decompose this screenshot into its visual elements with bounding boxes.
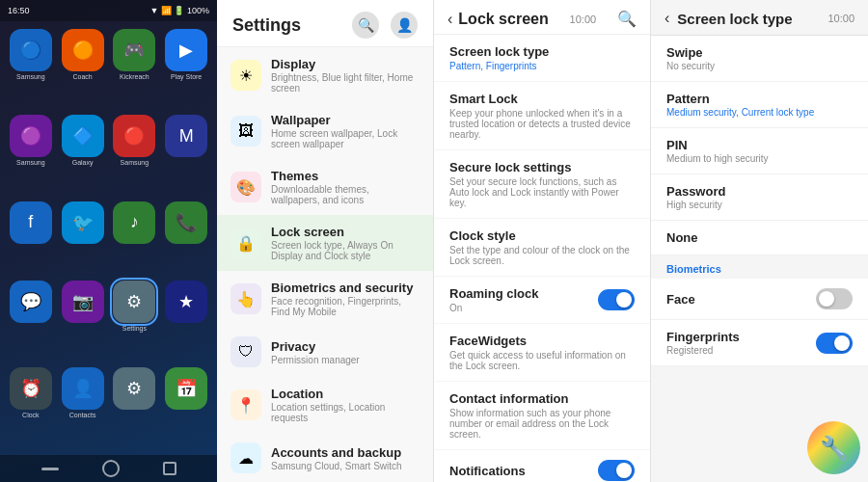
settings-item-subtitle-biometrics: Face recognition, Fingerprints, Find My … xyxy=(271,296,420,317)
app-item-1[interactable]: 🟠Coach xyxy=(60,29,106,109)
settings-item-location[interactable]: 📍LocationLocation settings, Location req… xyxy=(217,377,433,433)
lock-item-contact-info[interactable]: Contact informationShow information such… xyxy=(434,382,650,450)
app-item-18[interactable]: ⚙ xyxy=(112,367,158,447)
settings-item-title-display: Display xyxy=(271,57,420,71)
settings-item-text-wallpaper: WallpaperHome screen wallpaper, Lock scr… xyxy=(271,113,420,149)
app-icon-1: 🟠 xyxy=(62,29,104,71)
lock-item-title-smart-lock: Smart Lock xyxy=(449,92,635,106)
toggle-bio-face[interactable] xyxy=(816,288,853,309)
bio-item-face[interactable]: Face xyxy=(651,279,868,320)
settings-panel: Settings 🔍 👤 ☀DisplayBrightness, Blue li… xyxy=(217,0,434,482)
settings-item-title-themes: Themes xyxy=(271,169,420,183)
settings-item-subtitle-display: Brightness, Blue light filter, Home scre… xyxy=(271,72,420,94)
app-item-5[interactable]: 🔷Galaxy xyxy=(60,115,106,195)
app-item-7[interactable]: M xyxy=(163,115,209,195)
lock-screen-header: ‹ Lock screen 10:00 🔍 xyxy=(434,0,650,35)
lock-item-face-widgets[interactable]: FaceWidgetsGet quick access to useful in… xyxy=(434,324,650,382)
back-arrow-icon[interactable]: ‹ xyxy=(448,11,452,28)
app-label-6: Samsung xyxy=(121,159,149,166)
app-item-2[interactable]: 🎮Kickreach xyxy=(112,29,158,109)
lock-type-password[interactable]: PasswordHigh security xyxy=(651,174,868,221)
settings-item-wallpaper[interactable]: 🖼WallpaperHome screen wallpaper, Lock sc… xyxy=(217,103,433,159)
slp-back-icon[interactable]: ‹ xyxy=(665,10,669,27)
lock-type-swipe[interactable]: SwipeNo security xyxy=(651,36,868,82)
app-icon-8: f xyxy=(10,201,52,244)
lock-title-inner-roaming-clock: Roaming clock xyxy=(449,286,538,301)
app-item-11[interactable]: 📞 xyxy=(163,201,209,275)
app-item-13[interactable]: 📷 xyxy=(60,281,106,361)
app-item-15[interactable]: ★ xyxy=(163,281,209,361)
lock-item-clock-style[interactable]: Clock styleSet the type and colour of th… xyxy=(434,219,650,277)
lock-type-none[interactable]: None xyxy=(651,221,868,255)
lock-screen-back[interactable]: ‹ Lock screen xyxy=(448,11,549,28)
settings-item-subtitle-themes: Downloadable themes, wallpapers, and ico… xyxy=(271,184,420,205)
lock-item-subtitle-smart-lock: Keep your phone unlocked when it's in a … xyxy=(449,108,635,140)
app-icon-11: 📞 xyxy=(165,201,207,244)
app-item-19[interactable]: 📅 xyxy=(163,367,209,447)
app-icon-0: 🔵 xyxy=(10,29,52,71)
settings-item-display[interactable]: ☀DisplayBrightness, Blue light filter, H… xyxy=(217,47,433,103)
toggle-notifications[interactable] xyxy=(598,460,635,481)
app-item-9[interactable]: 🐦 xyxy=(60,201,106,275)
app-item-3[interactable]: ▶Play Store xyxy=(163,29,209,109)
phone-status-icons: ▼ 📶 🔋 100% xyxy=(150,6,209,15)
lock-item-title-face-widgets: FaceWidgets xyxy=(449,334,635,348)
app-item-14[interactable]: ⚙Settings xyxy=(112,281,158,361)
lock-item-left-roaming-clock: Roaming clockOn xyxy=(449,286,538,313)
app-icon-13: 📷 xyxy=(62,281,104,323)
app-item-4[interactable]: 🟣Samsung xyxy=(8,115,54,195)
settings-item-text-privacy: PrivacyPermission manager xyxy=(271,339,420,365)
bio-item-fingerprints[interactable]: FingerprintsRegistered xyxy=(651,320,868,366)
lock-type-pin[interactable]: PINMedium to high security xyxy=(651,128,868,174)
settings-item-privacy[interactable]: 🛡PrivacyPermission manager xyxy=(217,327,433,377)
settings-item-text-accounts: Accounts and backupSamsung Cloud, Smart … xyxy=(271,445,420,471)
lock-item-notifications[interactable]: Notifications xyxy=(434,450,650,482)
branding-icon: 🔧 xyxy=(807,421,860,474)
settings-header: Settings 🔍 👤 xyxy=(217,0,433,47)
app-item-6[interactable]: 🔴Samsung xyxy=(112,115,158,195)
app-item-16[interactable]: ⏰Clock xyxy=(8,367,54,447)
lock-item-screen-lock-type[interactable]: Screen lock typePattern, Fingerprints xyxy=(434,35,650,82)
app-icon-9: 🐦 xyxy=(62,201,104,244)
lock-item-roaming-clock[interactable]: Roaming clockOn xyxy=(434,277,650,324)
settings-item-accounts[interactable]: ☁Accounts and backupSamsung Cloud, Smart… xyxy=(217,433,433,482)
settings-item-icon-wallpaper: 🖼 xyxy=(231,116,261,147)
settings-item-biometrics[interactable]: 👆Biometrics and securityFace recognition… xyxy=(217,271,433,327)
toggle-roaming-clock[interactable] xyxy=(598,289,635,310)
lock-type-title-pattern: Pattern xyxy=(666,92,814,106)
app-icon-10: ♪ xyxy=(113,201,155,244)
app-icon-12: 💬 xyxy=(10,281,52,323)
app-item-8[interactable]: f xyxy=(8,201,54,275)
bio-text-fingerprints: FingerprintsRegistered xyxy=(666,330,740,356)
bio-subtitle-fingerprints: Registered xyxy=(666,345,740,356)
settings-title: Settings xyxy=(232,15,301,36)
lock-type-pattern[interactable]: PatternMedium security, Current lock typ… xyxy=(651,82,868,128)
search-icon-lock[interactable]: 🔍 xyxy=(617,10,637,28)
app-item-12[interactable]: 💬 xyxy=(8,281,54,361)
lock-item-left-notifications: Notifications xyxy=(449,464,526,478)
phone-nav-bar xyxy=(0,455,217,482)
settings-item-icon-accounts: ☁ xyxy=(231,442,261,473)
settings-item-lock-screen[interactable]: 🔒Lock screenScreen lock type, Always On … xyxy=(217,215,433,271)
app-icon-18: ⚙ xyxy=(113,367,155,410)
bio-title-face: Face xyxy=(666,292,695,307)
account-icon[interactable]: 👤 xyxy=(391,12,418,39)
lock-item-secure-lock[interactable]: Secure lock settingsSet your secure lock… xyxy=(434,150,650,219)
lock-item-smart-lock[interactable]: Smart LockKeep your phone unlocked when … xyxy=(434,82,650,150)
lock-item-title-contact-info: Contact information xyxy=(449,391,635,406)
app-label-16: Clock xyxy=(22,412,40,418)
app-item-17[interactable]: 👤Contacts xyxy=(60,367,106,447)
settings-item-title-wallpaper: Wallpaper xyxy=(271,113,420,127)
settings-item-icon-privacy: 🛡 xyxy=(231,336,261,367)
app-item-0[interactable]: 🔵Samsung xyxy=(8,29,54,109)
toggle-bio-fingerprints[interactable] xyxy=(816,333,853,354)
app-item-10[interactable]: ♪ xyxy=(112,201,158,275)
search-icon[interactable]: 🔍 xyxy=(352,12,379,39)
app-label-17: Contacts xyxy=(69,412,96,418)
lock-type-subtitle-pattern: Medium security, Current lock type xyxy=(666,107,814,118)
app-label-14: Settings xyxy=(122,325,147,332)
app-icon-7: M xyxy=(165,115,207,157)
settings-item-icon-location: 📍 xyxy=(231,389,261,420)
app-icon-17: 👤 xyxy=(62,367,104,410)
settings-item-themes[interactable]: 🎨ThemesDownloadable themes, wallpapers, … xyxy=(217,159,433,215)
